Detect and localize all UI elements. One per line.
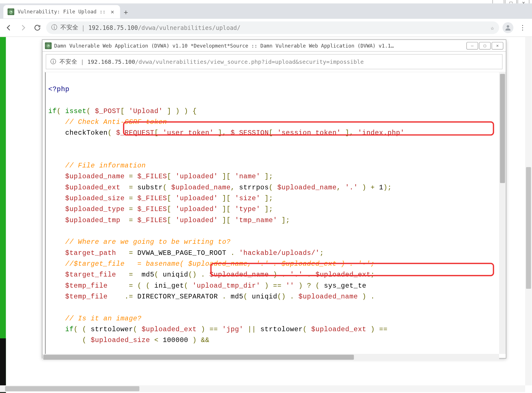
address-url: 192.168.75.100/dvwa/vulnerabilities/uplo…: [88, 24, 240, 31]
inner-address-bar[interactable]: ⓘ 不安全 | 192.168.75.100/dvwa/vulnerabilit…: [46, 54, 503, 69]
tab-title: Vulnerability: File Upload ::: [18, 9, 106, 15]
forward-button[interactable]: [18, 22, 28, 33]
page-vscroll-thumb[interactable]: [526, 167, 531, 289]
page-vertical-scrollbar[interactable]: [525, 37, 532, 385]
browser-toolbar: ⓘ 不安全 | 192.168.75.100/dvwa/vulnerabilit…: [0, 19, 532, 37]
inner-window-title: Damn Vulnerable Web Application (DVWA) v…: [54, 43, 464, 49]
profile-avatar[interactable]: [502, 22, 513, 33]
inner-popup-window: ◔ Damn Vulnerable Web Application (DVWA)…: [42, 40, 506, 359]
svg-point-0: [507, 25, 509, 28]
page-hscroll-thumb[interactable]: [5, 386, 140, 391]
page-sidebar-strip: [0, 37, 6, 393]
browser-tabstrip: ◔ Vulnerability: File Upload :: × +: [0, 3, 532, 19]
inner-close-button[interactable]: ✕: [492, 42, 503, 50]
inner-vscroll-thumb[interactable]: [500, 74, 505, 183]
inner-horizontal-scrollbar[interactable]: [42, 354, 499, 361]
source-code: <?php if( isset( $_POST[ 'Upload' ] ) ) …: [42, 72, 506, 350]
info-icon[interactable]: ⓘ: [50, 58, 56, 66]
inner-maximize-button[interactable]: ▢: [479, 42, 491, 50]
address-bar[interactable]: ⓘ 不安全 | 192.168.75.100/dvwa/vulnerabilit…: [46, 21, 499, 34]
new-tab-button[interactable]: +: [120, 8, 132, 19]
tab-favicon: ◔: [8, 8, 15, 15]
insecure-label: 不安全: [60, 24, 78, 31]
bookmark-star-icon[interactable]: ☆: [490, 24, 494, 31]
info-icon[interactable]: ⓘ: [51, 24, 57, 31]
outer-window-titlebar: — ▢ ✕: [0, 0, 532, 3]
page-content: ◔ Damn Vulnerable Web Application (DVWA)…: [0, 37, 532, 393]
browser-menu-button[interactable]: ⋮: [517, 24, 528, 32]
inner-hscroll-thumb[interactable]: [43, 355, 354, 360]
code-gutter: [45, 72, 46, 355]
inner-insecure-label: 不安全: [60, 58, 77, 66]
inner-titlebar[interactable]: ◔ Damn Vulnerable Web Application (DVWA)…: [42, 40, 506, 52]
back-button[interactable]: [3, 22, 14, 33]
inner-minimize-button[interactable]: —: [466, 42, 478, 50]
inner-vertical-scrollbar[interactable]: [499, 72, 506, 354]
inner-url: 192.168.75.100/dvwa/vulnerabilities/view…: [87, 58, 364, 65]
tab-close-button[interactable]: ×: [109, 8, 116, 15]
browser-tab[interactable]: ◔ Vulnerability: File Upload :: ×: [3, 5, 120, 19]
reload-button[interactable]: [32, 22, 43, 33]
page-horizontal-scrollbar[interactable]: [0, 385, 525, 392]
inner-favicon: ◔: [45, 42, 52, 49]
inner-content: <?php if( isset( $_POST[ 'Upload' ] ) ) …: [42, 72, 506, 361]
